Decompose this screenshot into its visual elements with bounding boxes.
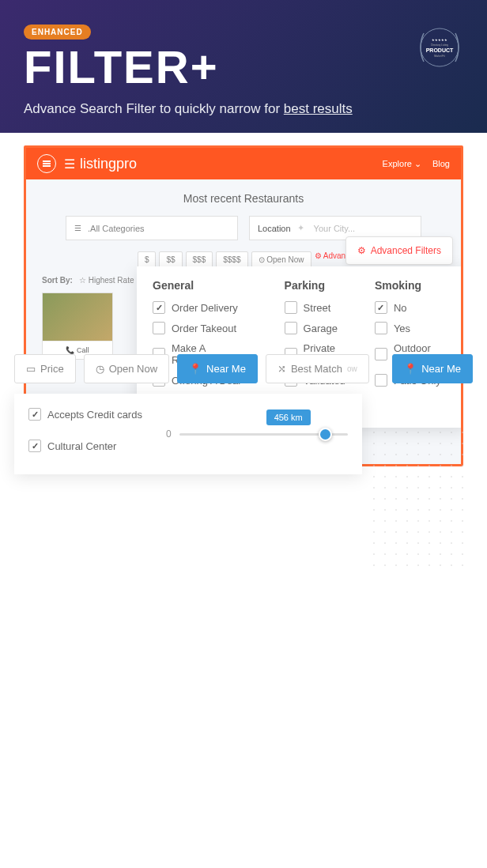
price-button[interactable]: ▭Price [14,354,76,383]
filter-group-parking: Parking [285,279,351,292]
svg-text:Market Fit: Market Fit [434,55,445,58]
page-title: FILTER+ [24,44,463,90]
price-tier-4[interactable]: $$$$ [216,251,247,268]
slider-value: 456 km [266,409,311,425]
filter-smoking-yes[interactable]: Yes [375,322,453,334]
stack-icon: ☰ [64,157,75,172]
pin-icon: 📍 [404,363,417,375]
open-now-toggle[interactable]: ⊙ Open Now [251,251,311,268]
page-subtitle: Advance Search Filter to quickly narrow … [24,101,463,117]
filter-cultural[interactable]: Cultural Center [28,440,142,452]
nav-blog[interactable]: Blog [432,159,450,169]
svg-text:PRODUCT: PRODUCT [426,47,454,53]
svg-text:★★★★★: ★★★★★ [432,38,447,42]
decorative-dots [368,427,463,569]
open-now-button[interactable]: ◷Open Now [84,354,169,383]
category-select[interactable]: .All Categories [66,216,238,240]
logo[interactable]: ☰listingpro [64,156,137,172]
sort-option[interactable]: ☆ Highest Rate [79,276,134,285]
distance-slider[interactable]: 456 km [179,433,348,436]
card-icon: ▭ [26,363,36,375]
near-me-button[interactable]: 📍Near Me [177,354,258,383]
advanced-filters-button[interactable]: ⚙Advanced Filters [345,236,453,265]
filter-group-general: General [153,279,261,292]
best-match-button[interactable]: ⤭Best Matchow [266,354,369,383]
filter-group-smoking: Smoking [375,279,453,292]
filter-order-takeout[interactable]: Order Takeout [153,322,261,334]
price-tier-3[interactable]: $$$ [186,251,213,268]
pin-icon: 📍 [189,363,202,375]
filter-garage[interactable]: Garage [285,322,351,334]
listing-image [43,293,112,341]
price-tier-1[interactable]: $ [138,251,157,268]
slider-min: 0 [166,428,172,440]
distance-panel: Accepts Credit cards Cultural Center 0 4… [14,394,362,474]
filter-smoking-no[interactable]: No [375,301,453,314]
clock-icon: ◷ [96,363,104,375]
hamburger-icon[interactable] [37,154,56,173]
slider-thumb[interactable] [319,428,332,441]
sort-label: Sort By: [42,276,73,285]
near-me-button-2[interactable]: 📍Near Me [392,354,473,383]
sliders-icon: ⚙ [357,245,366,256]
svg-text:Directory Listing: Directory Listing [431,43,448,47]
section-title: Most recent Restaurants [42,192,445,205]
product-badge: ★★★★★Directory ListingPRODUCTMarket Fit [416,24,463,71]
app-header: ☰listingpro Explore ⌄ Blog [26,148,461,179]
filter-order-delivery[interactable]: Order Delivery [153,301,261,314]
price-tier-2[interactable]: $$ [159,251,182,268]
advanced-link[interactable]: ⚙ Advanc [315,251,350,268]
enhanced-badge: ENHANCED [24,25,91,40]
shuffle-icon: ⤭ [277,363,286,375]
filter-credit-cards[interactable]: Accepts Credit cards [28,408,142,421]
filter-street[interactable]: Street [285,301,351,314]
nav-explore[interactable]: Explore ⌄ [383,159,421,169]
listing-card[interactable]: 📞 Call [42,292,113,360]
